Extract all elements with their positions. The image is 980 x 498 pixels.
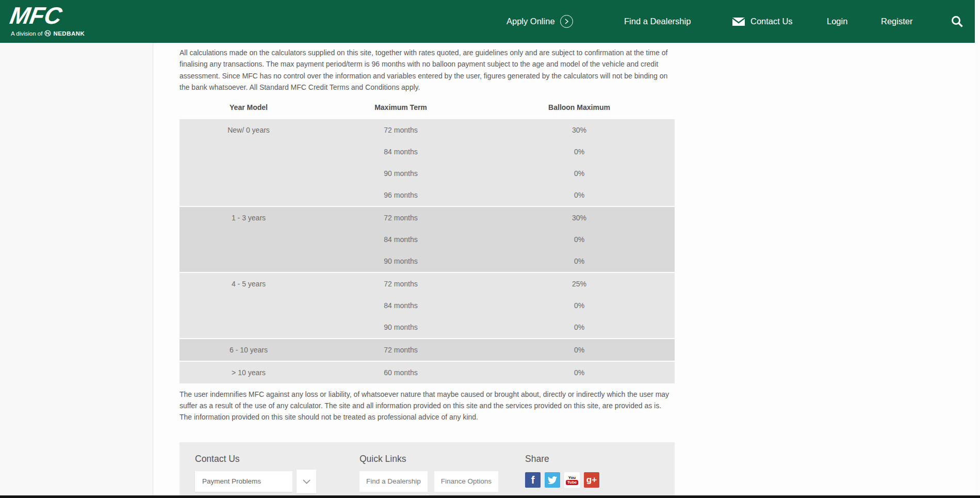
mfc-logo[interactable]: MFC [10,2,62,29]
col-header-maximum-term: Maximum Term [318,97,484,119]
table-row: 6 - 10 years72 months0% [179,339,675,361]
table-row: 1 - 3 years72 months30% [179,206,675,229]
register-label: Register [881,17,912,26]
year-model-cell: New/ 0 years [179,119,318,206]
maximum-term-cell: 84 months [318,229,484,250]
nav-contact-us[interactable]: Contact Us [732,0,793,43]
balloon-maximum-cell: 0% [484,141,675,163]
balloon-maximum-cell: 0% [484,250,675,272]
envelope-icon [732,17,745,26]
footer-share-heading: Share [525,454,549,464]
table-row: 4 - 5 years72 months25% [179,272,675,295]
contact-us-label: Contact Us [750,17,793,26]
maximum-term-cell: 72 months [318,119,484,141]
maximum-term-cell: 84 months [318,141,484,163]
youtube-icon[interactable]: You Tube [564,472,580,488]
maximum-term-cell: 72 months [318,206,484,229]
google-plus-icon[interactable]: g+ [584,472,599,488]
tagline-brand: NEDBANK [53,30,85,37]
maximum-term-cell: 90 months [318,316,484,339]
chevron-down-icon [303,479,311,484]
maximum-term-cell: 96 months [318,184,484,206]
col-header-year-model: Year Model [179,97,318,119]
indemnity-disclaimer-text: The user indemnifies MFC against any los… [179,389,675,423]
balloon-maximum-cell: 0% [484,229,675,250]
maximum-term-cell: 90 months [318,250,484,272]
footer-contact-heading: Contact Us [195,454,240,464]
nav-register[interactable]: Register [881,0,912,43]
year-model-cell: 6 - 10 years [179,339,318,361]
search-button[interactable] [951,0,963,43]
tagline-prefix: A division of [11,30,42,37]
apply-online-button[interactable]: Apply Online [507,0,573,43]
balloon-maximum-table: Year Model Maximum Term Balloon Maximum … [179,97,675,383]
balloon-maximum-cell: 0% [484,295,675,316]
year-model-cell: 1 - 3 years [179,206,318,272]
maximum-term-cell: 72 months [318,272,484,295]
year-model-cell: 4 - 5 years [179,272,318,339]
google-plus-glyph: g+ [586,475,597,485]
youtube-top-text: You [568,475,576,480]
balloon-maximum-cell: 0% [484,316,675,339]
table-group: 4 - 5 years72 months25%84 months0%90 mon… [179,272,675,339]
nedbank-icon [44,30,51,37]
table-row: New/ 0 years72 months30% [179,119,675,141]
share-icons-row: f You Tube g+ [525,472,599,488]
maximum-term-cell: 84 months [318,295,484,316]
balloon-maximum-cell: 25% [484,272,675,295]
facebook-glyph: f [531,474,535,486]
apply-online-label: Apply Online [507,17,555,26]
search-icon [951,15,963,28]
quick-links-list: Find a DealershipFinance Options [360,471,498,492]
table-group: > 10 years60 months0% [179,361,675,383]
nav-find-dealership[interactable]: Find a Dealership [624,0,691,43]
balloon-maximum-cell: 30% [484,119,675,141]
quick-link-button[interactable]: Finance Options [434,471,498,492]
balloon-maximum-cell: 30% [484,206,675,229]
table-header-row: Year Model Maximum Term Balloon Maximum [179,97,675,119]
balloon-maximum-cell: 0% [484,339,675,361]
balloon-maximum-cell: 0% [484,163,675,184]
top-navigation-bar: MFC A division of NEDBANK Apply Online F… [0,0,980,43]
twitter-bird-glyph [548,476,557,484]
col-header-balloon-maximum: Balloon Maximum [484,97,675,119]
facebook-icon[interactable]: f [525,472,541,488]
table-group: 1 - 3 years72 months30%84 months0%90 mon… [179,206,675,272]
mfc-logo-text: MFC [8,2,64,29]
nav-login[interactable]: Login [827,0,847,43]
twitter-icon[interactable] [545,472,560,488]
bottom-section-edge [0,495,980,498]
table-group: New/ 0 years72 months30%84 months0%90 mo… [179,119,675,206]
maximum-term-cell: 72 months [318,339,484,361]
scrollbar-track[interactable] [975,0,980,498]
main-content: All calculations made on the calculators… [179,43,675,423]
year-model-cell: > 10 years [179,361,318,383]
maximum-term-cell: 90 months [318,163,484,184]
calculator-disclaimer-text: All calculations made on the calculators… [179,47,675,93]
balloon-maximum-cell: 0% [484,184,675,206]
left-margin-pane [0,43,153,498]
footer-quick-links-heading: Quick Links [360,454,406,464]
nedbank-tagline: A division of NEDBANK [11,30,85,37]
contact-topic-select[interactable]: Payment Problems [195,471,292,492]
login-label: Login [827,17,847,26]
table-group: 6 - 10 years72 months0% [179,339,675,361]
select-chevron-button[interactable] [297,470,316,493]
table-row: > 10 years60 months0% [179,361,675,383]
maximum-term-cell: 60 months [318,361,484,383]
circle-arrow-icon [560,15,573,28]
quick-link-button[interactable]: Find a Dealership [360,471,428,492]
balloon-maximum-cell: 0% [484,361,675,383]
page-footer: Contact Us Payment Problems Quick Links … [179,442,675,498]
youtube-bottom-text: Tube [566,480,579,485]
find-dealership-label: Find a Dealership [624,17,691,26]
